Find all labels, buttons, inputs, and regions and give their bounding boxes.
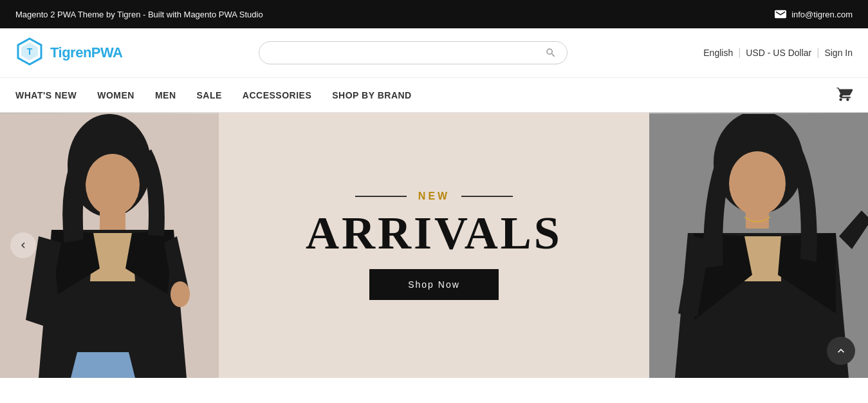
svg-point-5	[86, 154, 140, 216]
svg-point-7	[171, 281, 190, 307]
scroll-top-button[interactable]	[827, 337, 855, 365]
nav-link-whats-new[interactable]: WHAT'S NEW	[15, 90, 77, 100]
nav-item-accessories[interactable]: ACCESSORIES	[243, 89, 311, 101]
hero-line-right	[461, 196, 513, 197]
svg-text:T: T	[27, 46, 33, 57]
announcement-text: Magento 2 PWA Theme by Tigren - Built wi…	[15, 10, 263, 19]
logo-text-2: PWA	[91, 44, 123, 61]
nav-item-whats-new[interactable]: WHAT'S NEW	[15, 89, 77, 101]
divider-1: |	[738, 47, 741, 59]
logo-text-1: Tigren	[50, 44, 91, 61]
hero-section: NEW ARRIVALS Shop Now	[0, 113, 868, 378]
nav-item-men[interactable]: MEN	[155, 89, 176, 101]
currency-selector[interactable]: USD - US Dollar	[746, 48, 811, 58]
top-bar-contact: info@tigren.com	[775, 10, 853, 19]
search-button[interactable]	[545, 47, 557, 59]
signin-link[interactable]: Sign In	[824, 48, 853, 58]
nav-link-accessories[interactable]: ACCESSORIES	[243, 90, 311, 100]
nav-bar: WHAT'S NEW WOMEN MEN SALE ACCESSORIES SH…	[0, 78, 868, 113]
nav-link-sale[interactable]: SALE	[197, 90, 222, 100]
nav-item-sale[interactable]: SALE	[197, 89, 222, 101]
nav-item-shop-by-brand[interactable]: SHOP BY BRAND	[332, 89, 411, 101]
contact-email: info@tigren.com	[791, 10, 853, 19]
hero-arrivals-text: ARRIVALS	[306, 210, 562, 256]
slider-prev-button[interactable]	[10, 232, 36, 258]
nav-item-women[interactable]: WOMEN	[97, 89, 134, 101]
nav-links: WHAT'S NEW WOMEN MEN SALE ACCESSORIES SH…	[15, 89, 412, 101]
hero-new-text: NEW	[418, 191, 450, 202]
search-input[interactable]	[270, 48, 545, 58]
hero-line-left	[355, 196, 407, 197]
email-icon	[775, 10, 786, 19]
logo-icon: T	[15, 37, 44, 68]
svg-rect-6	[100, 211, 125, 230]
divider-2: |	[817, 47, 819, 59]
nav-link-men[interactable]: MEN	[155, 90, 176, 100]
svg-point-10	[729, 151, 786, 216]
logo-text: TigrenPWA	[50, 44, 122, 61]
logo-link[interactable]: T TigrenPWA	[15, 37, 122, 68]
top-bar: Magento 2 PWA Theme by Tigren - Built wi…	[0, 0, 868, 28]
language-selector[interactable]: English	[703, 48, 733, 58]
hero-content: NEW ARRIVALS Shop Now	[306, 191, 562, 300]
hero-new-line: NEW	[355, 191, 513, 202]
search-bar	[259, 41, 568, 64]
shop-now-button[interactable]: Shop Now	[369, 269, 499, 300]
header: T TigrenPWA English | USD - US Dollar | …	[0, 28, 868, 78]
nav-link-women[interactable]: WOMEN	[97, 90, 134, 100]
nav-link-shop-by-brand[interactable]: SHOP BY BRAND	[332, 90, 411, 100]
header-right: English | USD - US Dollar | Sign In	[703, 47, 853, 59]
cart-button[interactable]	[836, 86, 853, 104]
